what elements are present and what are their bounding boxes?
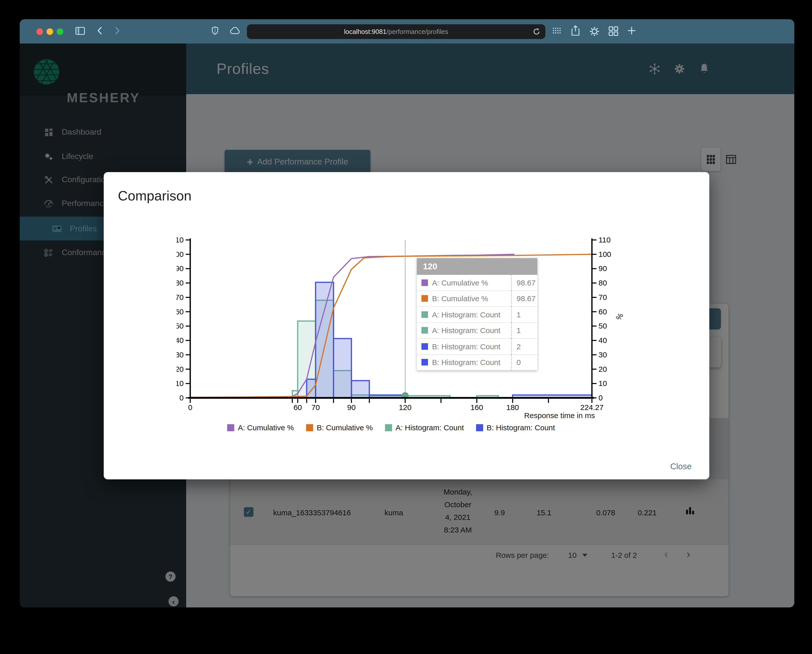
tick-label: 100 (177, 250, 184, 258)
back-icon[interactable] (97, 26, 102, 35)
close-button[interactable]: Close (666, 458, 696, 475)
legend-item: B: Histogram: Count (476, 423, 555, 432)
tick-label: 20 (598, 365, 607, 373)
tooltip-row: A: Histogram: Count1 (417, 323, 537, 339)
tick-label: 20 (177, 365, 184, 373)
legend-swatch (306, 424, 313, 431)
forward-icon[interactable] (115, 26, 120, 35)
browser-window: localhost:9081/performance/profiles (20, 19, 794, 607)
legend-item: A: Cumulative % (227, 423, 294, 432)
tick-label: 110 (598, 235, 611, 244)
tick-label: 100 (598, 250, 611, 258)
tick-label: 60 (598, 307, 607, 316)
tick-label: 180 (507, 403, 519, 411)
tick-label: 0 (179, 394, 184, 402)
new-tab-plus-icon[interactable] (627, 26, 636, 35)
tick-label: 80 (177, 279, 184, 287)
tooltip-row-swatch (421, 327, 428, 334)
histogram-bar (333, 339, 351, 398)
tick-label: 30 (598, 350, 607, 359)
tick-label: 0 (598, 394, 603, 402)
settings-gear-icon[interactable] (589, 26, 600, 37)
tick-label: 40 (177, 336, 184, 344)
browser-toolbar: localhost:9081/performance/profiles (20, 19, 794, 44)
sidebar-toggle-icon[interactable] (75, 27, 85, 35)
icloud-icon[interactable] (230, 27, 241, 34)
tooltip-row-swatch (421, 311, 428, 318)
legend-swatch (385, 424, 392, 431)
share-icon[interactable] (571, 25, 580, 36)
tick-label: 90 (598, 264, 607, 273)
tick-label: 60 (177, 307, 184, 316)
tick-label: 70 (598, 293, 607, 301)
zoom-window-button[interactable] (56, 28, 63, 35)
url-host: localhost:9081 (344, 28, 386, 35)
tick-label: 90 (177, 264, 184, 273)
legend-item: A: Histogram: Count (385, 423, 464, 432)
tooltip-row: B: Cumulative %98.67 (417, 291, 537, 307)
legend-item: B: Cumulative % (306, 423, 373, 432)
close-window-button[interactable] (37, 28, 43, 35)
tooltip-row: A: Cumulative %98.67 (417, 275, 537, 291)
histogram-bar (316, 282, 334, 398)
histogram-bar (351, 380, 369, 398)
tick-label: 10 (177, 379, 184, 388)
tick-label: 0 (188, 403, 192, 411)
tick-label: 160 (470, 403, 483, 411)
tick-label: 40 (598, 336, 607, 344)
tick-label: 70 (311, 403, 320, 411)
tooltip-header: 120 (417, 258, 537, 275)
tooltip-row-swatch (421, 343, 428, 350)
chart-legend: A: Cumulative % B: Cumulative % A: Histo… (190, 423, 592, 432)
privacy-shield-icon[interactable] (212, 26, 218, 35)
tick-label: 80 (598, 279, 607, 287)
minimize-window-button[interactable] (47, 28, 53, 35)
tooltip-row-swatch (421, 359, 428, 366)
tick-label: 70 (177, 293, 184, 301)
legend-swatch (227, 424, 234, 431)
chart-tooltip: 120 A: Cumulative %98.67 B: Cumulative %… (417, 258, 537, 371)
tick-label: 224.27 (580, 403, 604, 411)
tooltip-row-swatch (421, 295, 428, 302)
tick-label: 30 (177, 350, 184, 359)
tooltip-row: B: Histogram: Count2 (417, 339, 537, 355)
y-axis-title: % (614, 312, 625, 322)
tab-overview-icon[interactable] (609, 26, 618, 36)
legend-swatch (476, 424, 483, 431)
tick-label: 120 (399, 403, 412, 411)
tick-label: 90 (347, 403, 356, 411)
address-bar[interactable]: localhost:9081/performance/profiles (247, 24, 545, 39)
x-axis-title: Response time in ms (524, 411, 595, 420)
tooltip-row-swatch (421, 280, 428, 286)
tick-label: 50 (598, 322, 607, 330)
tick-label: 60 (293, 403, 302, 411)
tick-label: 110 (177, 235, 184, 244)
tick-label: 50 (177, 322, 184, 330)
screen: localhost:9081/performance/profiles (0, 0, 812, 654)
comparison-modal: Comparison 00101020203030404050506060707… (104, 172, 709, 479)
reload-icon[interactable] (533, 28, 540, 37)
tooltip-row: B: Histogram: Count0 (417, 355, 537, 371)
tooltip-row: A: Histogram: Count1 (417, 307, 537, 323)
url-path: /performance/profiles (386, 28, 448, 35)
modal-title: Comparison (118, 188, 191, 204)
tick-label: 10 (598, 379, 607, 388)
keyboard-grid-icon[interactable] (553, 28, 561, 34)
